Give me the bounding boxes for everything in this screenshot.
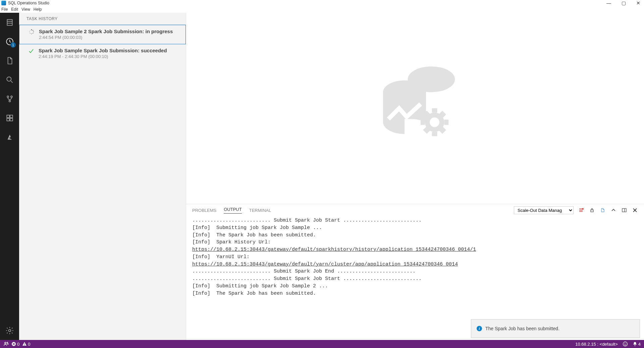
output-source-select[interactable]: Scale-Out Data Manag <box>514 206 574 214</box>
branch-icon <box>5 95 14 103</box>
svg-point-45 <box>7 344 8 345</box>
menubar: File Edit View Help <box>0 6 644 13</box>
svg-point-17 <box>33 33 33 34</box>
file-icon <box>5 56 14 65</box>
task-title: Spark Job Sample 2 Spark Job Submission:… <box>39 28 173 34</box>
status-remote-icon[interactable] <box>3 341 9 347</box>
svg-point-14 <box>31 30 32 31</box>
svg-rect-0 <box>7 19 12 25</box>
minimize-button[interactable]: — <box>605 0 612 6</box>
menu-help[interactable]: Help <box>34 7 42 12</box>
close-button[interactable]: ✕ <box>635 0 642 6</box>
welcome-logo <box>186 13 644 204</box>
svg-line-5 <box>11 81 12 82</box>
activity-source-control[interactable] <box>0 89 19 108</box>
svg-line-29 <box>425 113 428 116</box>
collapse-panel-icon[interactable] <box>610 207 616 213</box>
checkmark-icon <box>29 48 34 54</box>
svg-rect-38 <box>591 210 593 212</box>
bell-icon <box>633 342 637 346</box>
status-errors[interactable]: 0 <box>11 342 19 347</box>
task-item[interactable]: Spark Job Sample 2 Spark Job Submission:… <box>19 25 186 44</box>
svg-line-32 <box>441 113 444 116</box>
server-icon <box>5 18 14 27</box>
svg-point-18 <box>31 34 32 34</box>
panel-tabs: PROBLEMS OUTPUT TERMINAL Scale-Out Data … <box>186 204 644 216</box>
search-icon <box>5 75 14 84</box>
svg-line-30 <box>441 129 444 132</box>
svg-point-53 <box>626 343 626 344</box>
person-icon <box>3 341 9 347</box>
task-time: 2:44:54 PM (00:00:03) <box>39 35 173 40</box>
clear-output-icon[interactable] <box>578 207 584 213</box>
svg-point-21 <box>30 30 30 31</box>
activity-settings[interactable] <box>0 321 19 340</box>
smiley-icon <box>623 341 628 347</box>
svg-rect-10 <box>10 115 13 118</box>
maximize-button[interactable]: ▢ <box>620 0 627 6</box>
sql-ops-logo-icon <box>362 55 469 162</box>
svg-point-54 <box>634 345 635 346</box>
activitybar: 1 <box>0 13 19 340</box>
tab-problems[interactable]: PROBLEMS <box>192 208 216 213</box>
menu-view[interactable]: View <box>21 7 30 12</box>
azure-icon <box>5 133 14 141</box>
window-controls: — ▢ ✕ <box>605 0 642 6</box>
task-list: Spark Job Sample 2 Spark Job Submission:… <box>19 24 186 340</box>
activity-explorer[interactable] <box>0 51 19 70</box>
tab-terminal[interactable]: TERMINAL <box>249 208 271 213</box>
svg-point-16 <box>33 32 34 32</box>
svg-rect-11 <box>7 118 9 121</box>
extensions-icon <box>5 114 14 122</box>
svg-rect-12 <box>10 118 13 121</box>
gear-icon <box>5 326 14 335</box>
status-feedback-icon[interactable] <box>623 341 628 347</box>
task-time: 2:44:19 PM - 2:44:30 PM (00:00:10) <box>39 54 167 59</box>
toggle-layout-icon[interactable] <box>621 207 627 213</box>
svg-point-6 <box>7 96 9 98</box>
svg-rect-39 <box>622 209 626 212</box>
lock-scroll-icon[interactable] <box>589 207 595 213</box>
open-log-icon[interactable] <box>600 207 606 213</box>
main: 1 TASK HISTORY <box>0 13 644 340</box>
warning-icon <box>22 342 27 346</box>
error-icon <box>11 342 16 346</box>
svg-point-51 <box>623 342 627 346</box>
close-panel-icon[interactable] <box>632 207 638 213</box>
spinner-icon <box>29 29 34 35</box>
sidebar-title: TASK HISTORY <box>19 13 186 24</box>
titlebar: SQL Operations Studio — ▢ ✕ <box>0 0 644 6</box>
svg-point-20 <box>29 32 30 32</box>
toast-message: The Spark Job has been submitted. <box>485 326 559 331</box>
menu-edit[interactable]: Edit <box>11 7 18 12</box>
task-history-badge: 1 <box>10 42 16 48</box>
svg-point-19 <box>30 33 31 34</box>
status-connection[interactable]: 10.68.2.15 : <default> <box>575 342 618 347</box>
svg-line-31 <box>425 129 428 132</box>
svg-point-15 <box>33 30 33 31</box>
svg-point-50 <box>24 345 25 345</box>
svg-point-43 <box>5 342 6 344</box>
activity-extensions[interactable] <box>0 108 19 127</box>
task-item[interactable]: Spark Job Sample Spark Job Submission: s… <box>19 44 186 63</box>
notification-toast[interactable]: i The Spark Job has been submitted. <box>471 319 640 338</box>
activity-search[interactable] <box>0 70 19 89</box>
svg-point-13 <box>8 329 11 332</box>
status-notifications[interactable]: 4 <box>633 342 641 347</box>
sidebar-task-history: TASK HISTORY Spark Job Sample 2 Spark Jo… <box>19 13 186 340</box>
info-icon: i <box>477 326 482 331</box>
window-title: SQL Operations Studio <box>8 1 49 5</box>
activity-azure[interactable] <box>0 127 19 147</box>
tab-output[interactable]: OUTPUT <box>224 207 241 214</box>
svg-point-44 <box>7 342 8 343</box>
app-icon <box>1 1 6 5</box>
task-title: Spark Job Sample Spark Job Submission: s… <box>39 48 167 53</box>
svg-point-7 <box>11 96 12 98</box>
activity-servers[interactable] <box>0 13 19 32</box>
menu-file[interactable]: File <box>1 7 8 12</box>
svg-rect-9 <box>7 115 9 118</box>
status-warnings[interactable]: 0 <box>22 342 30 347</box>
editor-area: PROBLEMS OUTPUT TERMINAL Scale-Out Data … <box>186 13 644 340</box>
activity-task-history[interactable]: 1 <box>0 32 19 51</box>
svg-point-52 <box>624 343 625 344</box>
